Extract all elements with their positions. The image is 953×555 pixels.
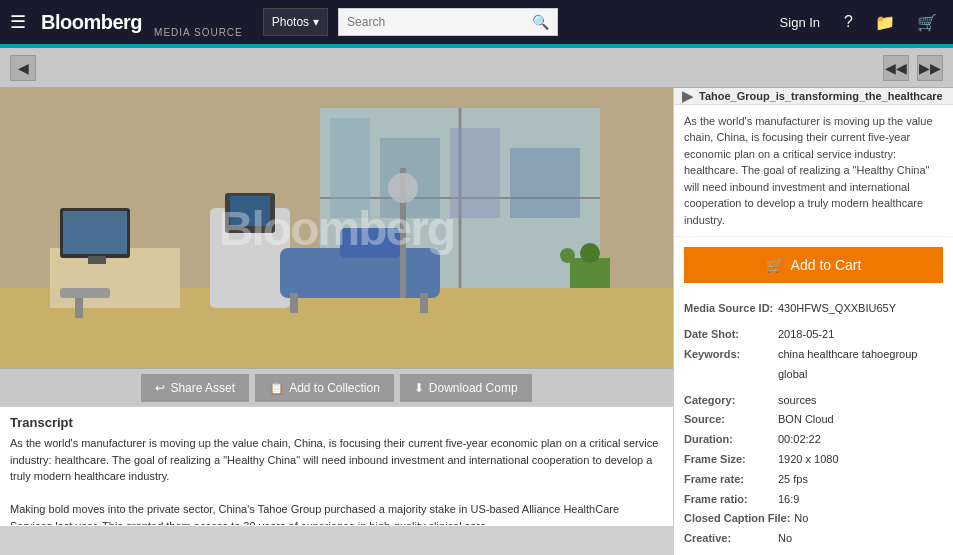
prev-button[interactable]: ◀ [10, 55, 36, 81]
description-text: As the world's manufacturer is moving up… [684, 115, 933, 226]
creative-label: Creative: [684, 529, 774, 549]
creative-value: No [778, 529, 792, 549]
date-shot-value: 2018-05-21 [778, 325, 834, 345]
svg-rect-26 [580, 243, 600, 263]
date-shot-label: Date Shot: [684, 325, 774, 345]
header: ☰ Bloomberg MEDIA SOURCE Photos ▾ 🔍 Sign… [0, 0, 953, 44]
add-to-cart-button[interactable]: 🛒 Add to Cart [684, 247, 943, 283]
svg-rect-9 [510, 148, 580, 218]
main-content: Bloomberg ↩ Share Asset 📋 Add to Collect… [0, 88, 953, 555]
search-container: 🔍 [338, 8, 558, 36]
navigation-bar: ◀ ◀◀ ▶▶ [0, 48, 953, 88]
keywords-label: Keywords: [684, 345, 774, 385]
media-source-id-value: 430HFWS_QXXBIU65Y [778, 299, 896, 319]
svg-point-18 [388, 173, 418, 203]
cart-icon[interactable]: 🛒 [911, 13, 943, 32]
source-label: Source: [684, 410, 774, 430]
sign-in-button[interactable]: Sign In [772, 11, 828, 34]
cart-button-icon: 🛒 [766, 257, 783, 273]
transcript-title: Transcript [10, 415, 663, 430]
duration-value: 00:02:22 [778, 430, 821, 450]
svg-rect-15 [290, 293, 298, 313]
svg-rect-16 [420, 293, 428, 313]
action-bar: ↩ Share Asset 📋 Add to Collection ⬇ Down… [0, 368, 673, 406]
svg-rect-23 [60, 288, 110, 298]
category-label: Category: [684, 391, 774, 411]
logo: Bloomberg [41, 11, 142, 34]
svg-rect-14 [340, 228, 400, 258]
photos-label: Photos [272, 15, 309, 29]
transcript-text: As the world's manufacturer is moving up… [10, 435, 663, 525]
svg-rect-24 [75, 298, 83, 318]
metadata-area: Media Source ID: 430HFWS_QXXBIU65Y Date … [674, 293, 953, 555]
category-value: sources [778, 391, 817, 411]
menu-icon[interactable]: ☰ [10, 11, 26, 33]
keywords-value: china healthcare tahoegroup global [778, 345, 943, 385]
duration-label: Duration: [684, 430, 774, 450]
play-icon: ▶ [682, 88, 693, 104]
video-title: Tahoe_Group_is_transforming_the_healthca… [699, 90, 943, 102]
closed-caption-value: No [794, 509, 808, 529]
svg-rect-8 [450, 128, 500, 218]
frame-size-label: Frame Size: [684, 450, 774, 470]
download-comp-button[interactable]: ⬇ Download Comp [400, 374, 532, 402]
search-input[interactable] [347, 15, 532, 29]
svg-rect-22 [88, 256, 106, 264]
add-to-cart-label: Add to Cart [791, 257, 862, 273]
transcript-scroll[interactable]: As the world's manufacturer is moving up… [10, 435, 663, 525]
source-value: BON Cloud [778, 410, 834, 430]
description-area: As the world's manufacturer is moving up… [674, 105, 953, 238]
share-asset-button[interactable]: ↩ Share Asset [141, 374, 249, 402]
svg-rect-6 [330, 118, 370, 218]
media-source-id-label: Media Source ID: [684, 299, 774, 319]
frame-size-value: 1920 x 1080 [778, 450, 839, 470]
download-icon: ⬇ [414, 381, 424, 395]
svg-rect-21 [63, 211, 127, 254]
right-panel: ▶ Tahoe_Group_is_transforming_the_health… [673, 88, 953, 555]
next-media-button[interactable]: ▶▶ [917, 55, 943, 81]
collection-icon: 📋 [269, 381, 284, 395]
svg-rect-12 [230, 196, 270, 226]
search-icon[interactable]: 🔍 [532, 14, 549, 30]
photos-arrow: ▾ [313, 15, 319, 29]
prev-media-button[interactable]: ◀◀ [883, 55, 909, 81]
help-icon[interactable]: ? [838, 13, 859, 31]
frame-ratio-label: Frame ratio: [684, 490, 774, 510]
image-container: Bloomberg [0, 88, 673, 368]
left-panel: Bloomberg ↩ Share Asset 📋 Add to Collect… [0, 88, 673, 555]
photos-dropdown[interactable]: Photos ▾ [263, 8, 328, 36]
frame-ratio-value: 16:9 [778, 490, 799, 510]
frame-rate-value: 25 fps [778, 470, 808, 490]
svg-rect-27 [560, 248, 575, 263]
media-source-label: MEDIA SOURCE [154, 27, 243, 38]
share-icon: ↩ [155, 381, 165, 395]
add-to-collection-button[interactable]: 📋 Add to Collection [255, 374, 394, 402]
folder-icon[interactable]: 📁 [869, 13, 901, 32]
frame-rate-label: Frame rate: [684, 470, 774, 490]
closed-caption-label: Closed Caption File: [684, 509, 790, 529]
transcript-area: Transcript As the world's manufacturer i… [0, 406, 673, 526]
video-title-bar: ▶ Tahoe_Group_is_transforming_the_health… [674, 88, 953, 105]
